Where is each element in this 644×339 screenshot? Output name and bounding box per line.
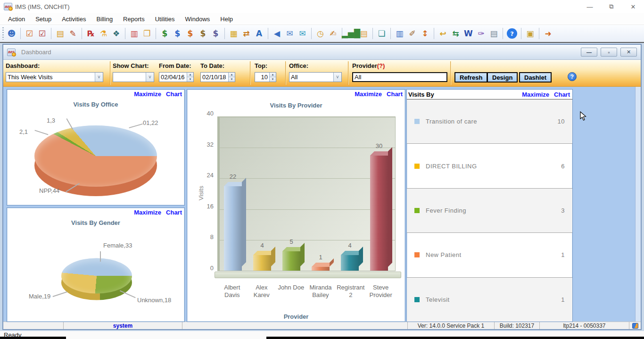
reports-chart-icon[interactable]: ▂▅█: [345, 27, 357, 40]
dashboard-restore-button[interactable]: ▫: [601, 48, 617, 57]
patient-edit-icon[interactable]: ✎: [66, 27, 79, 40]
chart-link[interactable]: Chart: [166, 91, 182, 98]
office-pie-chart[interactable]: [34, 125, 157, 187]
lock-icon[interactable]: ▣: [524, 27, 537, 40]
help-icon[interactable]: ?: [568, 72, 577, 81]
tasks-icon[interactable]: ✍: [327, 27, 339, 40]
back-icon[interactable]: ◀: [271, 27, 283, 40]
office-select[interactable]: All ˅: [289, 72, 342, 82]
minimize-button[interactable]: —: [579, 0, 601, 13]
scrollbar[interactable]: [635, 87, 641, 322]
eprescribe-shield-icon[interactable]: ❖: [110, 27, 123, 40]
date-spinner[interactable]: ▲▼: [228, 73, 235, 82]
menu-item-windows[interactable]: Windows: [180, 14, 215, 24]
eligibility-check-icon[interactable]: A: [253, 27, 265, 40]
maximize-link[interactable]: Maximize: [134, 91, 161, 98]
receive-fax-icon[interactable]: ✉: [283, 27, 296, 40]
refresh-button[interactable]: Refresh: [454, 72, 487, 83]
maximize-link[interactable]: Maximize: [522, 91, 549, 98]
open-case-icon[interactable]: ▤: [54, 27, 66, 40]
menu-item-setup[interactable]: Setup: [30, 14, 57, 24]
maximize-button[interactable]: ⧉: [601, 0, 622, 13]
bar-registrant-2[interactable]: 4: [341, 117, 359, 271]
dashboard-select[interactable]: This Week Visits ˅: [6, 72, 103, 82]
from-date-input[interactable]: 02/04/16 ▲▼: [159, 72, 194, 82]
menu-item-utilities[interactable]: Utilities: [150, 14, 180, 24]
bar[interactable]: [282, 251, 300, 271]
patient-folder-icon[interactable]: ▤: [357, 27, 370, 40]
word-letters-icon[interactable]: W: [462, 27, 475, 40]
bar[interactable]: [341, 255, 359, 271]
chart-link[interactable]: Chart: [387, 91, 403, 98]
gender-pie-chart[interactable]: [61, 258, 132, 294]
chevron-down-icon[interactable]: ˅: [333, 73, 341, 82]
charges-icon[interactable]: $: [158, 27, 171, 40]
patient-docs-icon[interactable]: ▥: [393, 27, 406, 40]
dashboard-close-button[interactable]: ✕: [620, 48, 637, 57]
chart-link[interactable]: Chart: [166, 209, 182, 216]
prescription-icon[interactable]: ℞: [84, 27, 97, 40]
copy-forms-icon[interactable]: ❐: [140, 27, 153, 40]
bar[interactable]: [312, 267, 330, 271]
list-item-transition-of-care[interactable]: Transition of care10: [407, 99, 572, 144]
number-spinner[interactable]: ▲▼: [269, 73, 276, 82]
patient-checkin-icon[interactable]: ☑: [23, 27, 36, 40]
menu-item-billing[interactable]: Billing: [91, 14, 118, 24]
bar-albert-davis[interactable]: 22: [224, 117, 242, 271]
pie-label: Female,33: [103, 242, 132, 249]
immunization-icon[interactable]: ✐: [406, 27, 419, 40]
maximize-link[interactable]: Maximize: [134, 209, 161, 216]
date-spinner[interactable]: ▲▼: [187, 73, 193, 82]
menu-item-activities[interactable]: Activities: [57, 14, 91, 24]
payment-doc-icon[interactable]: $: [171, 27, 184, 40]
scheduler-clock-icon[interactable]: ◷: [314, 27, 327, 40]
patient-icon[interactable]: ☻: [5, 27, 18, 40]
toolbar-separator: [311, 28, 312, 39]
bar[interactable]: [253, 255, 271, 271]
check-in-out-icon[interactable]: ⇄: [240, 27, 253, 40]
show-chart-select[interactable]: ˅: [113, 72, 154, 82]
menu-item-reports[interactable]: Reports: [118, 14, 150, 24]
send-fax-icon[interactable]: ✉: [296, 27, 309, 40]
logout-icon[interactable]: ➜: [542, 27, 554, 40]
patient-checkout-icon[interactable]: ☑: [36, 27, 49, 40]
document-icon[interactable]: ▥: [128, 27, 140, 40]
bar-steve-provider[interactable]: 30: [370, 117, 388, 271]
bar-alex-karev[interactable]: 4: [253, 117, 271, 271]
exchange-icon[interactable]: ⇆: [449, 27, 462, 40]
legend-count: 6: [561, 163, 565, 170]
chevron-down-icon[interactable]: ˅: [146, 73, 154, 82]
list-item-new-patient[interactable]: New Patient1: [407, 233, 572, 277]
menu-item-help[interactable]: Help: [215, 14, 238, 24]
patient-billing-icon[interactable]: $: [184, 27, 197, 40]
lab-flask-icon[interactable]: ⚗: [97, 27, 110, 40]
to-date-input[interactable]: 02/10/18 ▲▼: [200, 72, 235, 82]
bar[interactable]: [370, 156, 388, 271]
provider-input[interactable]: All: [352, 72, 447, 82]
pie-label: NPP,44: [39, 187, 59, 194]
menu-item-action[interactable]: Action: [3, 14, 30, 24]
close-button[interactable]: ✕: [622, 0, 644, 13]
appointment-grid-icon[interactable]: ▦: [227, 27, 240, 40]
maximize-link[interactable]: Maximize: [355, 91, 382, 98]
chevron-down-icon[interactable]: ˅: [95, 73, 103, 82]
statement-icon[interactable]: $: [209, 27, 222, 40]
dashlet-button[interactable]: Dashlet: [519, 72, 552, 83]
list-item-fever-finding[interactable]: Fever Finding3: [407, 189, 572, 233]
clinical-io-icon[interactable]: ↕: [419, 27, 431, 40]
bar-miranda-bailey[interactable]: 1: [312, 117, 330, 271]
superbill-icon[interactable]: ▤: [487, 27, 500, 40]
chart-link[interactable]: Chart: [554, 91, 570, 98]
help-icon[interactable]: ?: [507, 28, 517, 39]
list-item-televisit[interactable]: Televisit1: [407, 278, 572, 322]
design-button[interactable]: Design: [487, 72, 518, 83]
bar-john-doe[interactable]: 5: [282, 117, 300, 271]
bar[interactable]: [224, 186, 242, 271]
top-input[interactable]: 10 ▲▼: [255, 72, 276, 82]
payout-icon[interactable]: $: [197, 27, 209, 40]
designer-icon[interactable]: ✑: [475, 27, 487, 40]
dashboard-minimize-button[interactable]: —: [581, 48, 597, 57]
referral-icon[interactable]: ↩: [437, 27, 449, 40]
audit-clipboard-icon[interactable]: ❏: [375, 27, 388, 40]
list-item-direct-billing[interactable]: DIRECT BILLING6: [407, 144, 572, 188]
